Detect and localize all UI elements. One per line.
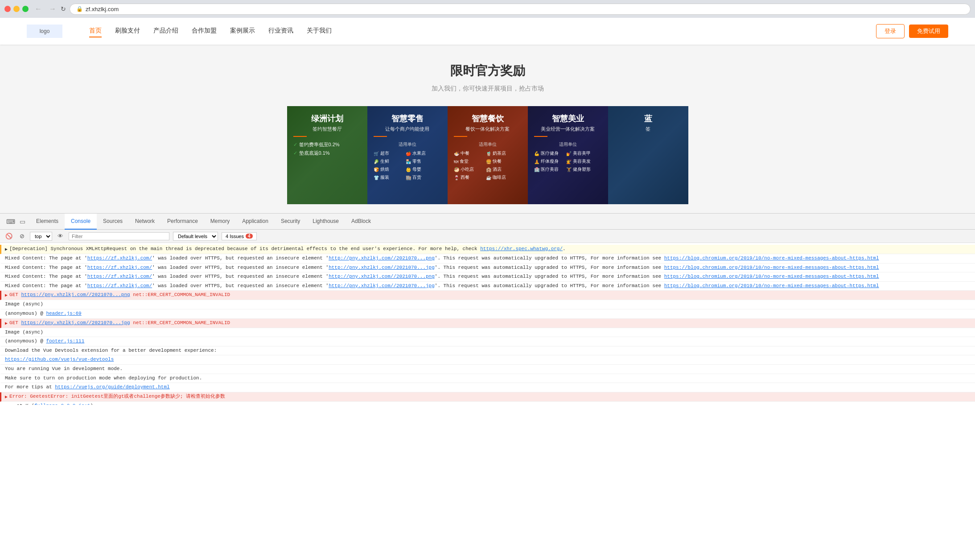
browser-chrome: ← → ↻ 🔒 zf.xhzlkj.com [0, 0, 975, 18]
expand-arrow-err1[interactable]: ▶ [5, 292, 8, 299]
dept-icon: 🏬 [406, 175, 411, 180]
console-text-mixed-1: Mixed Content: The page at 'https://zf.x… [5, 255, 971, 263]
eye-button[interactable]: 👁 [56, 232, 65, 240]
nav-item-news[interactable]: 行业资讯 [268, 25, 293, 37]
card-2-items: 🛒超市 🍎水果店 🥬生鲜 🏪零售 🍞烘焙 👶母婴 👕服装 🏬百货 [374, 150, 441, 181]
card-4-desc: 美业经营一体化解决方案 [534, 126, 602, 132]
vue-devtools-link[interactable]: https://github.com/vuejs/vue-devtools [5, 357, 114, 362]
console-line-mixed-3: Mixed Content: The page at 'https://zf.x… [0, 272, 975, 282]
mixed-origin-link-3[interactable]: https://zf.xhzlkj.com/ [87, 274, 152, 279]
tab-security[interactable]: Security [275, 214, 306, 230]
nav-item-about[interactable]: 关于我们 [307, 25, 332, 37]
inspect-button[interactable]: ⌨ [4, 216, 17, 227]
chromium-link-1[interactable]: https://blog.chromium.org/2019/10/no-mor… [664, 255, 879, 261]
forward-button[interactable]: → [46, 4, 59, 14]
mixed-origin-link-4[interactable]: https://zf.xhzlkj.com/ [87, 283, 152, 288]
mixed-origin-link-1[interactable]: https://zf.xhzlkj.com/ [87, 255, 152, 261]
expand-arrow-geetest[interactable]: ▶ [5, 394, 8, 401]
mixed-res-link-1[interactable]: http://pny.xhzlkj.com//2021070...png [329, 255, 435, 261]
tab-sources[interactable]: Sources [97, 214, 129, 230]
tab-performance[interactable]: Performance [161, 214, 204, 230]
mixed-origin-link-2[interactable]: https://zf.xhzlkj.com/ [87, 265, 152, 270]
close-button[interactable] [4, 6, 11, 12]
logo[interactable]: logo [27, 25, 62, 38]
nav-item-home[interactable]: 首页 [89, 25, 102, 37]
card-smart-beauty[interactable]: 智慧美业 美业经营一体化解决方案 适用单位 💪医疗健身 💅美容美甲 🧘纤体瘦身 … [528, 106, 608, 204]
card-2-content: 智慧零售 让每个商户均能使用 适用单位 🛒超市 🍎水果店 🥬生鲜 🏪零售 🍞烘焙… [367, 106, 448, 204]
card-oasis[interactable]: 绿洲计划 签约智慧餐厅 ✓ 签约费率低至0.2% ✓ 垫底底返0.1% [287, 106, 367, 204]
minimize-button[interactable] [13, 6, 20, 12]
console-text-vue-1: Download the Vue Devtools extension for … [5, 347, 971, 355]
western-icon: 🍷 [454, 175, 459, 180]
console-text-geetest: Error: GeetestError: initGeetest里面的gt或者c… [9, 393, 971, 401]
nav-item-cases[interactable]: 案例展示 [230, 25, 255, 37]
console-output[interactable]: ▶ [Deprecation] Synchronous XMLHttpReque… [0, 243, 975, 405]
refresh-button[interactable]: ↻ [61, 5, 66, 12]
address-bar[interactable]: 🔒 zf.xhzlkj.com [70, 4, 971, 15]
card-1-desc: 签约智慧餐厅 [293, 126, 361, 132]
card-4-item-5: 🏥医疗美容 [534, 166, 564, 173]
medical-beauty-icon: 🏥 [534, 167, 539, 172]
vuejs-deploy-link[interactable]: https://vuejs.org/guide/deployment.html [55, 384, 169, 390]
levels-select[interactable]: Default levels [173, 232, 218, 241]
tab-adblock[interactable]: AdBlock [345, 214, 377, 230]
tab-elements[interactable]: Elements [30, 214, 65, 230]
card-smart-retail[interactable]: 智慧零售 让每个商户均能使用 适用单位 🛒超市 🍎水果店 🥬生鲜 🏪零售 🍞烘焙… [367, 106, 448, 204]
card-smart-food[interactable]: 智慧餐饮 餐饮一体化解决方案 适用单位 🍜中餐 🧋奶茶店 🍽食堂 🍔快餐 🥙小吃… [448, 106, 528, 204]
chromium-link-3[interactable]: https://blog.chromium.org/2019/10/no-mor… [664, 274, 879, 279]
console-text-image-1: Image (async) [5, 301, 971, 309]
tab-application[interactable]: Application [236, 214, 275, 230]
card-2-item-4: 🏪零售 [406, 158, 436, 165]
console-line-vue-3: Make sure to turn on production mode whe… [0, 374, 975, 383]
chromium-link-2[interactable]: https://blog.chromium.org/2019/10/no-mor… [664, 265, 879, 270]
footer-link[interactable]: footer.js:111 [46, 338, 84, 344]
expand-arrow-1[interactable]: ▶ [5, 246, 8, 253]
console-line-vue-2: You are running Vue in development mode. [0, 365, 975, 374]
back-button[interactable]: ← [32, 4, 45, 14]
nav-controls: ← → ↻ [32, 4, 66, 14]
cards-container: 绿洲计划 签约智慧餐厅 ✓ 签约费率低至0.2% ✓ 垫底底返0.1% [0, 106, 975, 204]
err-get-link-2[interactable]: https://pny.xhzlkj.com//2021070...jpg [21, 320, 130, 325]
issues-label: 4 Issues [226, 234, 244, 239]
url-text: zf.xhzlkj.com [86, 6, 119, 12]
page-content: logo 首页 刷脸支付 产品介绍 合作加盟 案例展示 行业资讯 关于我们 登录… [0, 18, 975, 213]
device-button[interactable]: ▭ [18, 216, 27, 227]
console-text-1: [Deprecation] Synchronous XMLHttpRequest… [9, 245, 971, 253]
header-link[interactable]: header.js:69 [46, 311, 81, 316]
filter-toggle-button[interactable]: ⊘ [18, 232, 26, 240]
try-button[interactable]: 免费试用 [909, 25, 948, 38]
baking-icon: 🍞 [374, 167, 379, 172]
retail-icon: 🏪 [406, 159, 411, 164]
mixed-res-link-3[interactable]: http://pny.xhzlkj.com//2021070...png [329, 274, 435, 279]
console-text-anon-1: (anonymous) @ header.js:69 [5, 310, 971, 318]
login-button[interactable]: 登录 [876, 24, 905, 38]
nav-item-franchise[interactable]: 合作加盟 [192, 25, 217, 37]
clothes-icon: 👕 [374, 175, 379, 180]
filter-input[interactable] [69, 232, 169, 240]
nav-item-facepay[interactable]: 刷脸支付 [115, 25, 140, 37]
issues-badge[interactable]: 4 Issues 4 [222, 232, 257, 240]
snack-icon: 🥙 [454, 167, 459, 172]
nail-icon: 💅 [566, 151, 572, 156]
card-blue[interactable]: 蓝 签 [608, 106, 688, 204]
mixed-res-link-2[interactable]: http://pny.xhzlkj.com//2021070...jpg [329, 265, 435, 270]
expand-arrow-err2[interactable]: ▶ [5, 320, 8, 327]
tab-memory[interactable]: Memory [204, 214, 236, 230]
nav-item-product[interactable]: 产品介绍 [153, 25, 178, 37]
tab-network[interactable]: Network [129, 214, 161, 230]
err-get-link-1[interactable]: https://pny.xhzlkj.com//2021070...png [21, 292, 130, 297]
hair-icon: 💇 [566, 159, 572, 164]
deprecation-link[interactable]: https://xhr.spec.whatwg.org/ [480, 246, 563, 251]
context-select[interactable]: top [30, 232, 52, 241]
chromium-link-4[interactable]: https://blog.chromium.org/2019/10/no-mor… [664, 283, 879, 288]
tab-console[interactable]: Console [65, 214, 97, 230]
fullpage-link-1[interactable]: fullpage.0.0.0.js:1 [34, 403, 90, 405]
mixed-res-link-4[interactable]: http://pny.xhzlkj.com//2021070...jpg [329, 283, 435, 288]
check-icon-2: ✓ [293, 150, 297, 156]
card-2-item-5: 🍞烘焙 [374, 166, 404, 173]
console-text-err1: GET https://pny.xhzlkj.com//2021070...pn… [9, 291, 971, 299]
tab-lighthouse[interactable]: Lighthouse [306, 214, 345, 230]
card-1-checks: ✓ 签约费率低至0.2% ✓ 垫底底返0.1% [293, 141, 361, 156]
clear-console-button[interactable]: 🚫 [4, 232, 14, 240]
maximize-button[interactable] [22, 6, 29, 12]
